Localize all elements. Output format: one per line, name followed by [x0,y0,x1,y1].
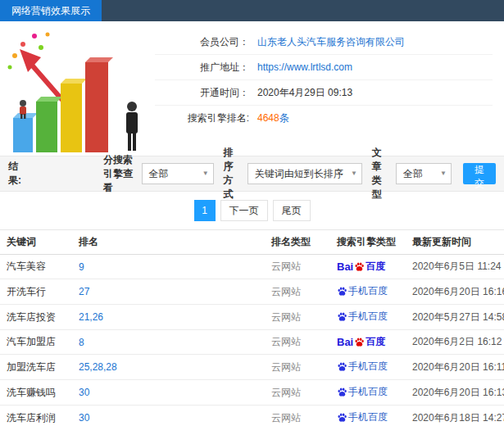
member-company-row: 会员公司： 山东老人头汽车服务咨询有限公司 [155,29,493,55]
updated-cell: 2020年6月2日 16:12 [406,330,504,355]
article-type-filter-label: 文章类型 [372,146,391,202]
mobile-baidu-paw-icon [337,361,347,372]
ranking-count-unit: 条 [279,112,289,124]
baidu-mobile-logo: 手机百度 [337,385,388,399]
mobile-baidu-paw-icon [337,387,347,397]
rank-cell: 21,26 [72,305,265,330]
rank-link[interactable]: 27 [79,286,89,297]
rank-link[interactable]: 25,28,28 [79,361,117,373]
article-type-select-value: 全部 [403,168,423,179]
app-header: 网络营销效果展示 [0,0,504,21]
engine-select-value: 全部 [149,168,169,179]
ranking-count-number: 4648 [257,112,279,124]
baidu-paw-icon [354,337,365,347]
rank-type-cell: 云网站 [265,279,330,305]
mobile-baidu-label: 手机百度 [348,360,388,374]
updated-cell: 2020年6月20日 16:13 [406,380,504,406]
results-section-label: 结果: [8,160,21,188]
page-1-button[interactable]: 1 [194,200,216,221]
promotion-url-link[interactable]: https://www.lrtlsd.com [257,61,352,73]
mobile-baidu-label: 手机百度 [348,385,388,399]
engine-type-header: 搜索引擎类型 [330,230,406,255]
next-page-button[interactable]: 下一页 [220,200,268,221]
sort-filter-label: 排序方式 [224,146,243,202]
engine-cell: 手机百度 [330,305,406,330]
baidu-logo-cn-text: 百度 [366,260,385,274]
baidu-pc-logo: Bai 百度 [337,335,385,349]
table-row: 汽车美容 9 云网站 Bai 百度 2020年6月5日 11:24 [0,255,504,279]
baidu-logo-text: Bai [337,336,353,348]
submit-button[interactable]: 提交 [463,163,496,184]
last-page-button[interactable]: 尾页 [273,200,311,221]
mobile-baidu-paw-icon [337,412,347,423]
rank-cell: 8 [72,330,265,355]
rank-header: 排名 [72,230,265,255]
keyword-header: 关键词 [0,230,72,255]
chevron-down-icon: ▼ [202,164,209,184]
baidu-mobile-logo: 手机百度 [337,360,388,374]
promotion-url-row: 推广地址： https://www.lrtlsd.com [155,55,493,80]
open-time-label: 开通时间： [155,86,249,100]
rank-type-cell: 云网站 [265,305,330,330]
table-row: 开洗车行 27 云网站 手机百度 2020年6月20日 16:16 [0,279,504,305]
open-time-value: 2020年4月29日 09:13 [257,86,352,100]
engine-cell: Bai 百度 [330,255,406,279]
marketing-chart-illustration [3,25,155,154]
engine-filter-label: 分搜索引擎查看 [103,153,137,195]
sort-select-value: 关键词由短到长排序 [255,168,343,179]
table-row: 汽车加盟店 8 云网站 Bai 百度 2020年6月2日 16:12 [0,330,504,355]
keyword-cell: 洗车店投资 [0,305,72,330]
open-time-row: 开通时间： 2020年4月29日 09:13 [155,80,493,106]
updated-time-header: 最新更新时间 [406,230,504,255]
baidu-logo-cn-text: 百度 [366,335,385,349]
baidu-mobile-logo: 手机百度 [337,410,388,424]
table-header-row: 关键词 排名 排名类型 搜索引擎类型 最新更新时间 [0,230,504,255]
chevron-down-icon: ▼ [440,164,447,184]
rank-cell: 27 [72,279,265,305]
baidu-logo-text: Bai [337,261,353,273]
mobile-baidu-label: 手机百度 [348,284,388,298]
mobile-baidu-label: 手机百度 [348,310,388,324]
member-company-label: 会员公司： [155,35,249,49]
engine-cell: Bai 百度 [330,330,406,355]
mobile-baidu-label: 手机百度 [348,410,388,424]
rank-type-cell: 云网站 [265,380,330,406]
baidu-paw-icon [354,261,365,272]
filter-bar: 结果: 分搜索引擎查看 全部 ▼ 排序方式 关键词由短到长排序 ▼ 文章类型 全… [0,156,504,192]
sort-select[interactable]: 关键词由短到长排序 ▼ [247,163,362,184]
rank-link[interactable]: 30 [79,387,89,398]
engine-cell: 手机百度 [330,380,406,406]
table-row: 洗车店投资 21,26 云网站 手机百度 2020年5月27日 14:58 [0,305,504,330]
updated-cell: 2020年6月5日 11:24 [406,255,504,279]
baidu-mobile-logo: 手机百度 [337,310,388,324]
keyword-cell: 洗车赚钱吗 [0,380,72,406]
baidu-pc-logo: Bai 百度 [337,260,385,274]
member-company-link[interactable]: 山东老人头汽车服务咨询有限公司 [257,35,405,49]
engine-cell: 手机百度 [330,279,406,305]
updated-cell: 2020年5月27日 14:58 [406,305,504,330]
page-title: 网络营销效果展示 [0,0,102,21]
updated-cell: 2020年6月20日 16:11 [406,355,504,380]
rank-link[interactable]: 21,26 [79,311,103,323]
rank-link[interactable]: 9 [79,261,84,273]
keyword-cell: 洗车店利润 [0,406,72,426]
member-info-list: 会员公司： 山东老人头汽车服务咨询有限公司 推广地址： https://www.… [155,25,496,154]
engine-cell: 手机百度 [330,355,406,380]
table-row: 洗车赚钱吗 30 云网站 手机百度 2020年6月20日 16:13 [0,380,504,406]
keyword-cell: 汽车加盟店 [0,330,72,355]
article-type-select[interactable]: 全部 ▼ [396,163,452,184]
updated-cell: 2020年6月20日 16:16 [406,279,504,305]
rank-type-cell: 云网站 [265,255,330,279]
ranking-count-label: 搜索引擎排名: [155,111,249,125]
rank-link[interactable]: 30 [79,412,89,424]
rank-link[interactable]: 8 [79,337,84,348]
pagination: 1 下一页 尾页 [0,192,504,229]
keyword-cell: 汽车美容 [0,255,72,279]
rank-type-header: 排名类型 [265,230,330,255]
engine-select[interactable]: 全部 ▼ [142,163,214,184]
rank-type-cell: 云网站 [265,355,330,380]
rank-cell: 30 [72,380,265,406]
rank-cell: 25,28,28 [72,355,265,380]
rank-type-cell: 云网站 [265,406,330,426]
engine-cell: 手机百度 [330,406,406,426]
